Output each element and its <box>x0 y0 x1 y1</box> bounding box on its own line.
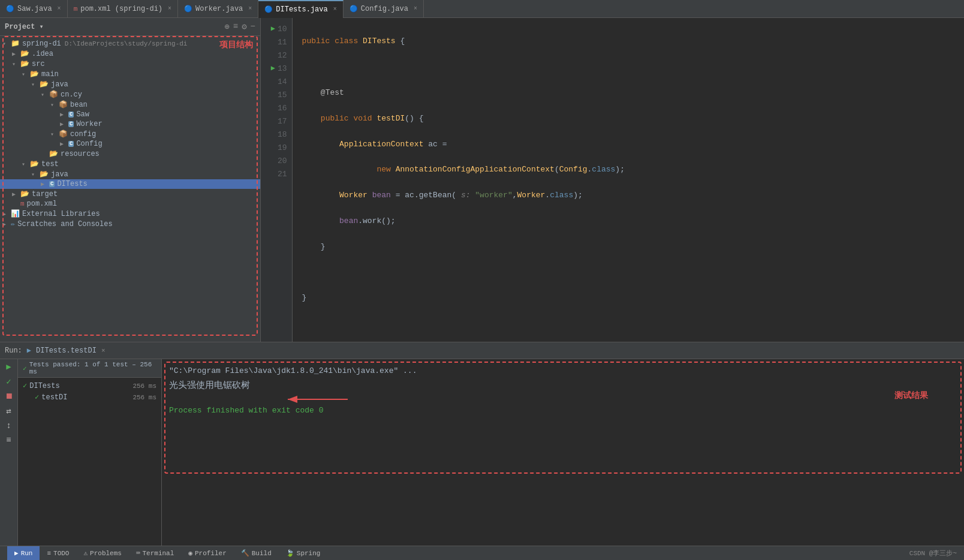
tree-item-idea[interactable]: ▶ 📂 .idea <box>0 49 260 59</box>
expand-arrow[interactable]: ▶ <box>12 50 20 58</box>
panel-header: Project ▾ ⊕ ≡ ⚙ − <box>0 18 260 36</box>
tree-item-pom[interactable]: m pom.xml <box>0 199 260 209</box>
run-status-bar: ✓ Tests passed: 1 of 1 test – 256 ms <box>18 359 161 378</box>
class-icon: C <box>68 112 74 118</box>
run-body: ▶ ✓ ⏹ ⇄ ↕ ≡ ✓ Tests passed: 1 of 1 test … <box>0 359 964 546</box>
run-tree-item-ditests[interactable]: ✓ DITests 256 ms <box>18 380 161 392</box>
tree-item-java-test[interactable]: ▾ 📂 java <box>0 169 260 179</box>
tab-ditests[interactable]: 🔵 DITests.java × <box>258 0 343 18</box>
expand-arrow[interactable]: ▶ <box>2 221 11 228</box>
run-tab-close[interactable]: × <box>101 347 106 354</box>
tree-item-java-main[interactable]: ▾ 📂 java <box>0 79 260 89</box>
code-content[interactable]: public class DITests { @Test public void… <box>293 18 964 342</box>
expand-arrow[interactable]: ▶ <box>2 210 11 218</box>
tab-config[interactable]: 🔵 Config.java × <box>344 0 424 18</box>
tab-pom[interactable]: m pom.xml (spring-di) × <box>68 0 178 18</box>
run-export-btn[interactable]: ≡ <box>6 435 11 445</box>
code-line-15: new AnnotationConfigApplicationContext(C… <box>302 164 954 177</box>
tab-worker[interactable]: 🔵 Worker.java × <box>178 0 258 18</box>
expand-arrow[interactable]: ▶ <box>60 140 68 147</box>
status-tab-profiler[interactable]: ◉ Profiler <box>181 546 233 561</box>
status-tab-run[interactable]: ▶ Run <box>7 546 40 561</box>
run-check-btn[interactable]: ✓ <box>6 377 11 387</box>
close-panel-icon[interactable]: − <box>251 22 255 32</box>
sync-icon[interactable]: ⊕ <box>224 22 229 32</box>
run-stop-btn[interactable]: ⏹ <box>5 392 13 401</box>
expand-arrow[interactable]: ▾ <box>31 81 40 88</box>
expand-arrow[interactable]: ▾ <box>50 101 59 109</box>
expand-arrow[interactable]: ▾ <box>31 171 40 178</box>
run-left-panel: ✓ Tests passed: 1 of 1 test – 256 ms ✓ D… <box>18 359 162 546</box>
status-tab-todo[interactable]: ≡ TODO <box>40 546 76 561</box>
saw-tab-close[interactable]: × <box>58 5 61 12</box>
run-btn-10[interactable]: ▶ <box>271 23 275 35</box>
tree-label-scratches: Scratches and Consoles <box>17 220 112 228</box>
expand-arrow[interactable]: ▾ <box>12 61 20 68</box>
run-play-btn[interactable]: ▶ <box>6 362 11 372</box>
code-line-17: bean.work(); <box>302 215 954 228</box>
run-rerun-btn[interactable]: ⇄ <box>6 406 11 416</box>
worker-tab-close[interactable]: × <box>248 5 252 12</box>
expand-arrow[interactable]: ▶ <box>41 180 49 188</box>
code-line-14: ApplicationContext ac = <box>302 138 954 151</box>
tree-item-saw[interactable]: ▶ C Saw <box>0 110 260 119</box>
folder-icon: 📂 <box>30 70 39 79</box>
status-check-icon: ✓ <box>23 365 27 372</box>
expand-arrow[interactable]: ▶ <box>12 191 20 198</box>
profiler-tab-text: Profiler <box>195 550 227 557</box>
editor-area: ▶10 11 12 ▶13 14 15 16 17 18 19 20 21 pu… <box>261 18 964 342</box>
tree-item-config[interactable]: ▶ C Config <box>0 139 260 149</box>
tree-item-bean[interactable]: ▾ 📦 bean <box>0 100 260 110</box>
pom-tab-close[interactable]: × <box>168 5 171 12</box>
project-icon: 📁 <box>11 39 20 48</box>
run-tree-item-testdi[interactable]: ✓ testDI 256 ms <box>18 392 161 403</box>
tree-item-ditests[interactable]: ▶ C DITests <box>0 179 260 189</box>
tree-item-cn-cy[interactable]: ▾ 📦 cn.cy <box>0 89 260 100</box>
tree-item-target[interactable]: ▶ 📂 target <box>0 189 260 199</box>
tree-item-src[interactable]: ▾ 📂 src <box>0 59 260 69</box>
expand-arrow[interactable]: ▾ <box>22 71 30 78</box>
tree-label-config: Config <box>76 140 102 148</box>
tab-saw[interactable]: 🔵 Saw.java × <box>0 0 68 18</box>
code-line-16: Worker bean = ac.getBean( s: "worker",Wo… <box>302 189 954 203</box>
ext-lib-icon: 📊 <box>11 209 20 218</box>
run-sort-btn[interactable]: ↕ <box>6 421 11 430</box>
folder-icon: 📂 <box>20 59 29 68</box>
run-tab-name[interactable]: DITests.testDI <box>36 347 97 355</box>
tree-item-worker[interactable]: ▶ C Worker <box>0 119 260 129</box>
tree-item-ext-libs[interactable]: ▶ 📊 External Libraries <box>0 209 260 219</box>
config-tab-close[interactable]: × <box>414 5 417 12</box>
ditests-check: ✓ <box>23 381 27 390</box>
testdi-tree-label: testDI <box>41 393 67 402</box>
tree-item-config-pkg[interactable]: ▾ 📦 config <box>0 129 260 139</box>
collapse-icon[interactable]: ≡ <box>233 22 238 32</box>
expand-arrow[interactable]: ▶ <box>60 121 68 128</box>
code-editor[interactable]: ▶10 11 12 ▶13 14 15 16 17 18 19 20 21 pu… <box>261 18 964 342</box>
tree-item-test[interactable]: ▾ 📂 test <box>0 159 260 169</box>
problems-tab-text: Problems <box>90 550 122 557</box>
status-tab-build[interactable]: 🔨 Build <box>234 546 279 561</box>
ditests-tab-close[interactable]: × <box>333 6 337 13</box>
status-tab-terminal[interactable]: ⌨ Terminal <box>129 546 181 561</box>
class-icon: C <box>68 141 74 147</box>
folder-icon: 📂 <box>49 149 58 158</box>
tree-label-ext-libs: External Libraries <box>22 210 100 218</box>
status-tab-problems[interactable]: ⚠ Problems <box>76 546 128 561</box>
settings-icon[interactable]: ⚙ <box>242 22 246 32</box>
code-line-12: @Test <box>302 86 954 100</box>
tree-item-main[interactable]: ▾ 📂 main <box>0 69 260 79</box>
expand-arrow[interactable]: ▾ <box>22 161 30 168</box>
run-btn-13[interactable]: ▶ <box>271 63 275 74</box>
expand-arrow[interactable]: ▾ <box>41 91 49 98</box>
expand-arrow[interactable]: ▶ <box>60 111 68 118</box>
tree-item-scratches[interactable]: ▶ ✏ Scratches and Consoles <box>0 219 260 229</box>
scratches-icon: ✏ <box>11 219 15 228</box>
tree-item-spring-di[interactable]: ▾ 📁 spring-di D:\IdeaProjects\study/spri… <box>0 38 260 49</box>
status-tab-spring[interactable]: 🍃 Spring <box>279 546 328 561</box>
run-output: "C:\Program Files\Java\jdk1.8.0_241\bin\… <box>162 359 964 546</box>
ditests-tab-label: DITests.java <box>276 5 327 14</box>
tree-item-resources[interactable]: 📂 resources <box>0 149 260 159</box>
expand-arrow[interactable]: ▾ <box>2 40 11 47</box>
expand-arrow[interactable]: ▾ <box>50 131 59 138</box>
tree-label-resources: resources <box>61 150 100 158</box>
